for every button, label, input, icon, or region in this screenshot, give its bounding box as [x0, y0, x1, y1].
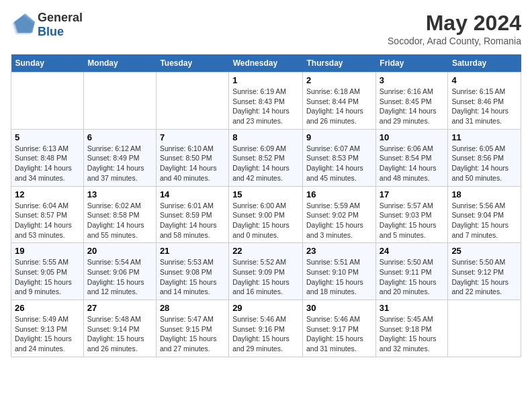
- calendar-cell: [11, 73, 84, 130]
- day-number: 13: [87, 189, 152, 199]
- day-number: 26: [15, 303, 80, 313]
- calendar-cell: [448, 300, 521, 357]
- day-number: 7: [160, 132, 225, 142]
- day-number: 17: [380, 189, 445, 199]
- calendar-cell: 21Sunrise: 5:53 AM Sunset: 9:08 PM Dayli…: [156, 243, 228, 300]
- calendar-cell: [83, 73, 156, 130]
- calendar-cell: 29Sunrise: 5:46 AM Sunset: 9:16 PM Dayli…: [229, 300, 303, 357]
- day-number: 28: [160, 303, 225, 313]
- week-row-5: 26Sunrise: 5:49 AM Sunset: 9:13 PM Dayli…: [11, 300, 521, 357]
- calendar-cell: 17Sunrise: 5:57 AM Sunset: 9:03 PM Dayli…: [375, 186, 448, 243]
- day-info: Sunrise: 6:16 AM Sunset: 8:45 PM Dayligh…: [380, 87, 445, 126]
- location: Socodor, Arad County, Romania: [388, 36, 521, 46]
- day-number: 5: [15, 132, 80, 142]
- day-number: 18: [451, 189, 517, 199]
- day-number: 23: [306, 246, 372, 256]
- calendar-cell: 24Sunrise: 5:50 AM Sunset: 9:11 PM Dayli…: [375, 243, 448, 300]
- day-header-friday: Friday: [375, 54, 448, 73]
- day-header-saturday: Saturday: [448, 54, 521, 73]
- day-info: Sunrise: 6:15 AM Sunset: 8:46 PM Dayligh…: [451, 87, 517, 126]
- day-number: 9: [306, 132, 372, 142]
- day-info: Sunrise: 5:57 AM Sunset: 9:03 PM Dayligh…: [380, 201, 445, 240]
- day-number: 20: [87, 246, 152, 256]
- day-info: Sunrise: 5:59 AM Sunset: 9:02 PM Dayligh…: [306, 201, 372, 240]
- day-info: Sunrise: 6:04 AM Sunset: 8:57 PM Dayligh…: [15, 201, 80, 240]
- calendar-cell: 6Sunrise: 6:12 AM Sunset: 8:49 PM Daylig…: [83, 129, 156, 186]
- calendar-cell: [156, 73, 228, 130]
- day-number: 1: [232, 75, 299, 85]
- calendar-cell: 31Sunrise: 5:45 AM Sunset: 9:18 PM Dayli…: [375, 300, 448, 357]
- day-info: Sunrise: 5:47 AM Sunset: 9:15 PM Dayligh…: [160, 314, 225, 354]
- day-info: Sunrise: 6:02 AM Sunset: 8:58 PM Dayligh…: [87, 201, 152, 240]
- day-info: Sunrise: 6:18 AM Sunset: 8:44 PM Dayligh…: [306, 87, 372, 126]
- calendar-cell: 9Sunrise: 6:07 AM Sunset: 8:53 PM Daylig…: [303, 129, 376, 186]
- day-info: Sunrise: 6:19 AM Sunset: 8:43 PM Dayligh…: [232, 87, 299, 126]
- calendar-cell: 20Sunrise: 5:54 AM Sunset: 9:06 PM Dayli…: [83, 243, 156, 300]
- day-header-thursday: Thursday: [303, 54, 376, 73]
- day-header-wednesday: Wednesday: [229, 54, 303, 73]
- calendar-cell: 2Sunrise: 6:18 AM Sunset: 8:44 PM Daylig…: [303, 73, 376, 130]
- calendar-cell: 5Sunrise: 6:13 AM Sunset: 8:48 PM Daylig…: [11, 129, 84, 186]
- day-number: 31: [380, 303, 445, 313]
- day-header-sunday: Sunday: [11, 54, 84, 73]
- calendar-table: SundayMondayTuesdayWednesdayThursdayFrid…: [11, 54, 521, 357]
- day-info: Sunrise: 5:51 AM Sunset: 9:10 PM Dayligh…: [306, 257, 372, 297]
- day-info: Sunrise: 5:50 AM Sunset: 9:11 PM Dayligh…: [380, 257, 445, 297]
- day-info: Sunrise: 6:12 AM Sunset: 8:49 PM Dayligh…: [87, 144, 152, 183]
- day-info: Sunrise: 5:49 AM Sunset: 9:13 PM Dayligh…: [15, 314, 80, 354]
- day-info: Sunrise: 5:56 AM Sunset: 9:04 PM Dayligh…: [451, 201, 517, 240]
- calendar-cell: 1Sunrise: 6:19 AM Sunset: 8:43 PM Daylig…: [229, 73, 303, 130]
- day-info: Sunrise: 6:06 AM Sunset: 8:54 PM Dayligh…: [380, 144, 445, 183]
- day-info: Sunrise: 5:45 AM Sunset: 9:18 PM Dayligh…: [380, 314, 445, 354]
- calendar-cell: 26Sunrise: 5:49 AM Sunset: 9:13 PM Dayli…: [11, 300, 84, 357]
- week-row-4: 19Sunrise: 5:55 AM Sunset: 9:05 PM Dayli…: [11, 243, 521, 300]
- week-row-1: 1Sunrise: 6:19 AM Sunset: 8:43 PM Daylig…: [11, 73, 521, 130]
- week-row-3: 12Sunrise: 6:04 AM Sunset: 8:57 PM Dayli…: [11, 186, 521, 243]
- day-number: 25: [451, 246, 517, 256]
- logo-icon: [11, 13, 35, 37]
- day-info: Sunrise: 6:00 AM Sunset: 9:00 PM Dayligh…: [232, 201, 299, 240]
- day-number: 14: [160, 189, 225, 199]
- day-number: 29: [232, 303, 299, 313]
- day-info: Sunrise: 6:13 AM Sunset: 8:48 PM Dayligh…: [15, 144, 80, 183]
- day-number: 3: [380, 75, 445, 85]
- calendar-cell: 4Sunrise: 6:15 AM Sunset: 8:46 PM Daylig…: [448, 73, 521, 130]
- day-info: Sunrise: 5:50 AM Sunset: 9:12 PM Dayligh…: [451, 257, 517, 297]
- calendar-cell: 23Sunrise: 5:51 AM Sunset: 9:10 PM Dayli…: [303, 243, 376, 300]
- week-row-2: 5Sunrise: 6:13 AM Sunset: 8:48 PM Daylig…: [11, 129, 521, 186]
- calendar-cell: 10Sunrise: 6:06 AM Sunset: 8:54 PM Dayli…: [375, 129, 448, 186]
- calendar-cell: 7Sunrise: 6:10 AM Sunset: 8:50 PM Daylig…: [156, 129, 228, 186]
- day-info: Sunrise: 5:55 AM Sunset: 9:05 PM Dayligh…: [15, 257, 80, 297]
- calendar-cell: 22Sunrise: 5:52 AM Sunset: 9:09 PM Dayli…: [229, 243, 303, 300]
- day-number: 15: [232, 189, 299, 199]
- day-number: 30: [306, 303, 372, 313]
- calendar-cell: 18Sunrise: 5:56 AM Sunset: 9:04 PM Dayli…: [448, 186, 521, 243]
- calendar-cell: 30Sunrise: 5:46 AM Sunset: 9:17 PM Dayli…: [303, 300, 376, 357]
- day-number: 19: [15, 246, 80, 256]
- logo: General Blue: [11, 11, 83, 39]
- calendar-cell: 15Sunrise: 6:00 AM Sunset: 9:00 PM Dayli…: [229, 186, 303, 243]
- title-block: May 2024 Socodor, Arad County, Romania: [388, 11, 521, 46]
- day-number: 12: [15, 189, 80, 199]
- day-number: 10: [380, 132, 445, 142]
- day-info: Sunrise: 6:05 AM Sunset: 8:56 PM Dayligh…: [451, 144, 517, 183]
- day-info: Sunrise: 6:07 AM Sunset: 8:53 PM Dayligh…: [306, 144, 372, 183]
- day-header-monday: Monday: [83, 54, 156, 73]
- day-header-tuesday: Tuesday: [156, 54, 228, 73]
- day-number: 22: [232, 246, 299, 256]
- month-title: May 2024: [388, 11, 521, 36]
- header-row: SundayMondayTuesdayWednesdayThursdayFrid…: [11, 54, 521, 73]
- day-info: Sunrise: 6:01 AM Sunset: 8:59 PM Dayligh…: [160, 201, 225, 240]
- day-number: 8: [232, 132, 299, 142]
- day-number: 21: [160, 246, 225, 256]
- day-info: Sunrise: 6:09 AM Sunset: 8:52 PM Dayligh…: [232, 144, 299, 183]
- day-number: 24: [380, 246, 445, 256]
- calendar-cell: 13Sunrise: 6:02 AM Sunset: 8:58 PM Dayli…: [83, 186, 156, 243]
- day-info: Sunrise: 5:46 AM Sunset: 9:17 PM Dayligh…: [306, 314, 372, 354]
- day-info: Sunrise: 5:54 AM Sunset: 9:06 PM Dayligh…: [87, 257, 152, 297]
- calendar-cell: 11Sunrise: 6:05 AM Sunset: 8:56 PM Dayli…: [448, 129, 521, 186]
- day-number: 6: [87, 132, 152, 142]
- logo-blue: Blue: [38, 25, 83, 39]
- day-info: Sunrise: 6:10 AM Sunset: 8:50 PM Dayligh…: [160, 144, 225, 183]
- calendar-cell: 19Sunrise: 5:55 AM Sunset: 9:05 PM Dayli…: [11, 243, 84, 300]
